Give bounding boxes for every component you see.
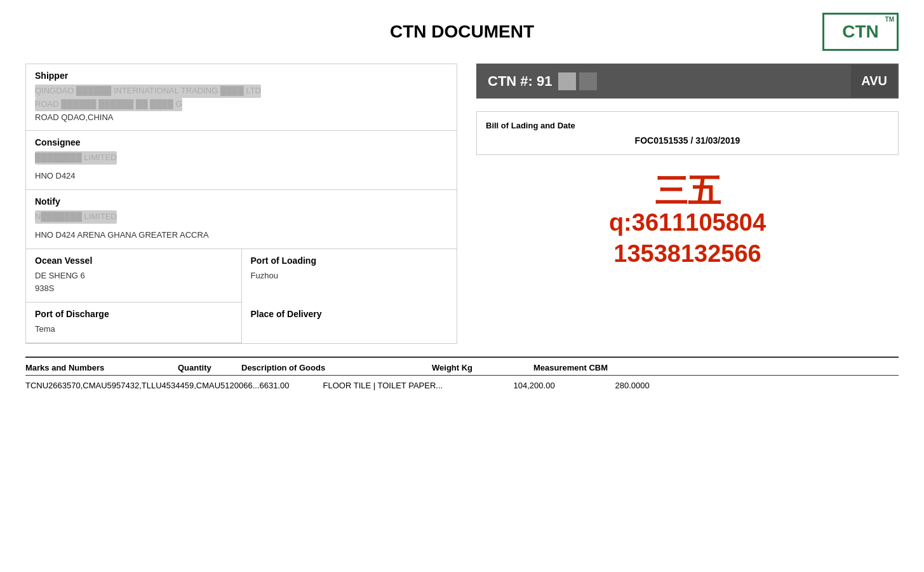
goods-table: Marks and Numbers Quantity Description o… [25,357,899,395]
chinese-contact-section: 三五 q:3611105804 13538132566 [476,174,899,270]
consignee-label: Consignee [35,137,448,147]
contact-line2: 13538132566 [476,238,899,269]
ctn-squares [558,72,618,90]
col-header-marks: Marks and Numbers [25,363,178,372]
consignee-content: ████████ LIMITED HNO D424 [35,151,448,183]
page-title: CTN DOCUMENT [102,22,822,42]
port-discharge-label: Port of Discharge [35,309,232,319]
port-loading-section: Port of Loading Fuzhou [242,249,457,303]
page-header: CTN DOCUMENT TM CTN [25,13,899,51]
col-header-desc: Description of Goods [241,363,432,372]
shipper-line3: ROAD QDAO,CHINA [35,111,448,125]
consignee-line1: ████████ LIMITED [35,151,448,165]
sq2 [579,72,597,90]
col-header-cbm: Measurement CBM [533,363,899,372]
port-discharge-section: Port of Discharge Tema [26,303,242,343]
row-qty: 6631.00 [260,381,323,390]
discharge-delivery-row: Port of Discharge Tema Place of Delivery [26,303,457,343]
table-row: TCNU2663570,CMAU5957432,TLLU4534459,CMAU… [25,376,899,395]
shipper-content: QINGDAO ██████ INTERNATIONAL TRADING ███… [35,85,448,124]
vessel-voyage: 938S [35,282,232,296]
ctn-number: CTN #: 91 [478,65,851,97]
row-desc: FLOOR TILE | TOILET PAPER... [323,381,514,390]
ocean-vessel-label: Ocean Vessel [35,255,232,266]
shipper-line2: ROAD ██████ ██████ ██ ████ G [35,98,448,111]
logo-box: TM CTN [822,13,899,51]
logo-text: CTN [842,22,879,42]
contact-line1: q:3611105804 [476,207,899,238]
bol-value: FOC0151535 / 31/03/2019 [486,135,889,146]
shipper-section: Shipper QINGDAO ██████ INTERNATIONAL TRA… [26,64,457,131]
port-discharge-value: Tema [35,323,232,336]
notify-label: Notify [35,196,448,207]
ocean-vessel-section: Ocean Vessel DE SHENG 6 938S [26,249,242,303]
left-panel: Shipper QINGDAO ██████ INTERNATIONAL TRA… [25,64,457,344]
chinese-text: 三五 [476,174,899,207]
logo-tm: TM [885,16,894,23]
ctn-number-box: CTN #: 91 AVU [476,64,899,99]
place-delivery-label: Place of Delivery [251,309,448,319]
notify-section: Notify N███████ LIMITED HNO D424 ARENA G… [26,190,457,249]
port-loading-label: Port of Loading [251,255,448,266]
ocean-vessel-content: DE SHENG 6 938S [35,269,232,296]
row-marks: TCNU2663570,CMAU5957432,TLLU4534459,CMAU… [25,381,260,390]
vessel-loading-row: Ocean Vessel DE SHENG 6 938S Port of Loa… [26,249,457,303]
shipper-label: Shipper [35,71,448,81]
place-delivery-value [251,323,448,336]
port-loading-value: Fuzhou [251,269,448,283]
shipper-line1: QINGDAO ██████ INTERNATIONAL TRADING ███… [35,85,448,98]
sq1 [558,72,576,90]
row-weight: 104,200.00 [514,381,615,390]
col-header-weight: Weight Kg [432,363,533,372]
bol-label: Bill of Lading and Date [486,121,889,130]
row-cbm: 280.0000 [615,381,899,390]
right-panel: CTN #: 91 AVU Bill of Lading and Date FO… [476,64,899,344]
sq3 [600,72,618,90]
main-layout: Shipper QINGDAO ██████ INTERNATIONAL TRA… [25,64,899,344]
consignee-line2: HNO D424 [35,170,448,183]
place-delivery-section: Place of Delivery [242,303,457,343]
consignee-section: Consignee ████████ LIMITED HNO D424 [26,131,457,190]
table-header-row: Marks and Numbers Quantity Description o… [25,358,899,376]
notify-line2: HNO D424 ARENA GHANA GREATER ACCRA [35,229,448,242]
notify-content: N███████ LIMITED HNO D424 ARENA GHANA GR… [35,210,448,242]
bol-box: Bill of Lading and Date FOC0151535 / 31/… [476,111,899,155]
col-header-qty: Quantity [178,363,241,372]
vessel-name: DE SHENG 6 [35,269,232,283]
ctn-avu: AVU [851,65,897,97]
notify-line1: N███████ LIMITED [35,210,448,224]
